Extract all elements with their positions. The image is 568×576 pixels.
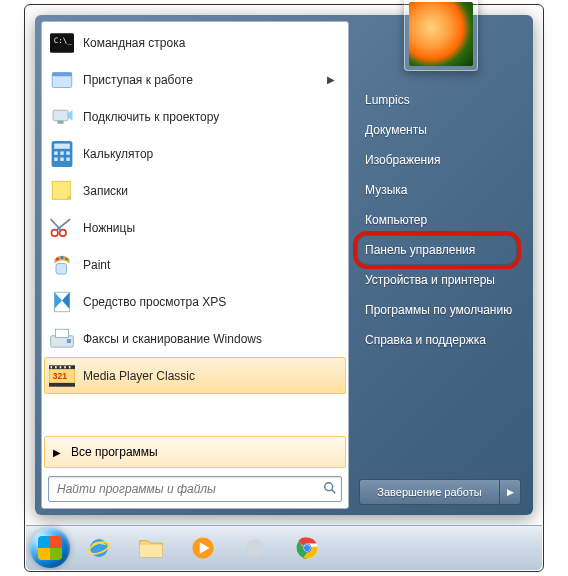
calculator-icon [49, 141, 75, 167]
svg-point-51 [304, 545, 310, 551]
svg-point-23 [65, 257, 68, 260]
taskbar [26, 525, 542, 570]
right-panel-item-6[interactable]: Устройства и принтеры [349, 265, 533, 295]
svg-text:321: 321 [53, 371, 67, 381]
program-label: Ножницы [83, 221, 341, 235]
mpc-icon: 321 [49, 363, 75, 389]
program-label: Калькулятор [83, 147, 341, 161]
program-label: Записки [83, 184, 341, 198]
svg-rect-34 [51, 366, 53, 368]
program-item-sticky-notes[interactable]: Записки [44, 172, 346, 209]
program-item-paint[interactable]: Paint [44, 246, 346, 283]
program-label: Paint [83, 258, 341, 272]
svg-rect-36 [60, 366, 62, 368]
svg-line-19 [56, 219, 70, 230]
program-label: Приступая к работе [83, 73, 327, 87]
program-item-snipping-tool[interactable]: Ножницы [44, 209, 346, 246]
right-panel-item-2[interactable]: Изображения [349, 145, 533, 175]
right-panel-item-1[interactable]: Документы [349, 115, 533, 145]
svg-marker-6 [68, 110, 73, 121]
svg-rect-32 [49, 365, 75, 369]
fax-scan-icon [49, 326, 75, 352]
start-menu-right-panel: LumpicsДокументыИзображенияМузыкаКомпьют… [349, 15, 533, 515]
start-orb[interactable] [30, 528, 70, 568]
svg-rect-24 [56, 263, 67, 274]
svg-rect-35 [55, 366, 57, 368]
avatar-image [409, 2, 473, 66]
right-panel-label: Документы [365, 123, 427, 137]
svg-rect-44 [140, 545, 163, 557]
svg-rect-15 [52, 181, 70, 199]
right-panel-item-3[interactable]: Музыка [349, 175, 533, 205]
shutdown-row: Завершение работы ▶ [359, 479, 521, 505]
search-input[interactable] [49, 482, 319, 496]
program-label: Средство просмотра XPS [83, 295, 341, 309]
right-panel-item-7[interactable]: Программы по умолчанию [349, 295, 533, 325]
program-item-cmd[interactable]: C:\_Командная строка [44, 24, 346, 61]
svg-point-22 [61, 256, 64, 259]
svg-point-47 [246, 539, 264, 557]
svg-rect-29 [56, 329, 69, 337]
right-panel-label: Программы по умолчанию [365, 303, 512, 317]
svg-rect-14 [66, 157, 69, 160]
right-panel-item-5[interactable]: Панель управления [349, 235, 533, 265]
search-icon [319, 481, 341, 498]
program-label: Командная строка [83, 36, 341, 50]
right-panel-label: Устройства и принтеры [365, 273, 495, 287]
cmd-icon: C:\_ [49, 30, 75, 56]
svg-rect-38 [69, 366, 71, 368]
snipping-tool-icon [49, 215, 75, 241]
shutdown-options-button[interactable]: ▶ [500, 479, 521, 505]
all-programs-button[interactable]: ▶ Все программы [44, 436, 346, 468]
taskbar-ie-icon[interactable] [76, 531, 122, 565]
taskbar-media-player-icon[interactable] [180, 531, 226, 565]
right-panel-label: Панель управления [365, 243, 475, 257]
program-item-getting-started[interactable]: Приступая к работе▶ [44, 61, 346, 98]
svg-rect-13 [60, 157, 63, 160]
triangle-right-icon: ▶ [53, 447, 61, 458]
svg-point-40 [325, 482, 333, 490]
svg-rect-33 [49, 382, 75, 386]
program-item-mpc[interactable]: 321Media Player Classic [44, 357, 346, 394]
svg-rect-11 [66, 151, 69, 154]
program-item-projector[interactable]: Подключить к проектору [44, 98, 346, 135]
program-item-xps-viewer[interactable]: Средство просмотра XPS [44, 283, 346, 320]
getting-started-icon [49, 67, 75, 93]
user-avatar[interactable] [404, 0, 478, 71]
program-item-calculator[interactable]: Калькулятор [44, 135, 346, 172]
search-box[interactable] [48, 476, 342, 502]
program-item-fax-scan[interactable]: Факсы и сканирование Windows [44, 320, 346, 357]
sticky-notes-icon [49, 178, 75, 204]
taskbar-chrome-icon[interactable] [284, 531, 330, 565]
svg-rect-5 [58, 120, 64, 123]
xps-viewer-icon [49, 289, 75, 315]
shutdown-label: Завершение работы [377, 486, 481, 498]
taskbar-explorer-icon[interactable] [128, 531, 174, 565]
paint-icon [49, 252, 75, 278]
svg-rect-4 [53, 110, 68, 121]
right-panel-item-0[interactable]: Lumpics [349, 85, 533, 115]
right-panel-label: Компьютер [365, 213, 427, 227]
program-label: Факсы и сканирование Windows [83, 332, 341, 346]
shutdown-button[interactable]: Завершение работы [359, 479, 500, 505]
right-panel-label: Lumpics [365, 93, 410, 107]
svg-rect-12 [54, 157, 57, 160]
right-panel-label: Изображения [365, 153, 440, 167]
taskbar-app-icon[interactable] [232, 531, 278, 565]
right-panel-item-8[interactable]: Справка и поддержка [349, 325, 533, 355]
all-programs-label: Все программы [71, 445, 158, 459]
right-panel-label: Справка и поддержка [365, 333, 486, 347]
right-panel-label: Музыка [365, 183, 407, 197]
submenu-arrow-icon: ▶ [327, 74, 335, 85]
start-menu: C:\_Командная строкаПриступая к работе▶П… [35, 15, 533, 515]
svg-rect-37 [64, 366, 66, 368]
svg-rect-9 [54, 151, 57, 154]
svg-rect-30 [67, 339, 71, 343]
svg-rect-8 [54, 143, 70, 148]
svg-rect-3 [52, 72, 72, 76]
right-panel-item-4[interactable]: Компьютер [349, 205, 533, 235]
program-label: Media Player Classic [83, 369, 341, 383]
screenshot-frame: C:\_Командная строкаПриступая к работе▶П… [24, 4, 544, 572]
start-menu-left-panel: C:\_Командная строкаПриступая к работе▶П… [41, 21, 349, 509]
svg-line-41 [332, 489, 336, 493]
